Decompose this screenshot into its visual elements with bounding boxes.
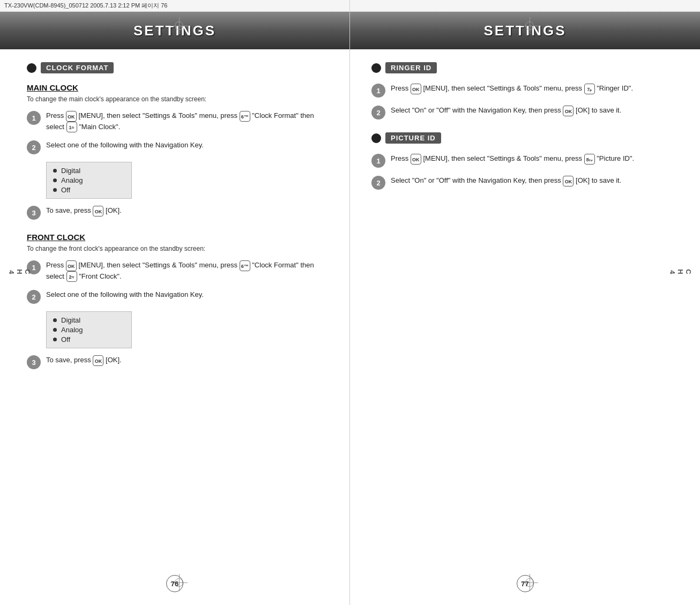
option-off: Off: [53, 186, 125, 194]
ringer-ok2-icon: OK: [563, 106, 574, 116]
select-1-icon: 1≈: [66, 122, 77, 132]
main-clock-step2-text: Select one of the following with the Nav…: [46, 140, 328, 151]
main-clock-heading: MAIN CLOCK: [27, 83, 328, 92]
crosshair-top-lines: [170, 17, 188, 34]
main-clock-section: MAIN CLOCK To change the main clock's ap…: [27, 83, 328, 220]
menu-6-icon: 6™: [240, 111, 250, 122]
option-analog: Analog: [53, 176, 125, 184]
ringer-id-label: RINGER ID: [385, 62, 437, 73]
ok-front-save-icon: OK: [93, 355, 103, 366]
main-clock-description: To change the main clock's appearance on…: [27, 95, 328, 103]
select-2-icon: 2≈: [66, 271, 77, 282]
left-page: TX-230VW(CDM-8945)_050712 2005.7.13 2:12…: [0, 0, 350, 605]
picture-step2-text: Select "On" or "Off" with the Navigation…: [391, 175, 673, 186]
main-clock-step3-text: To save, press OK [OK].: [46, 205, 328, 216]
ringer-id-bullet: [371, 63, 381, 73]
ringer-id-section: RINGER ID 1 Press OK [MENU], then select…: [371, 62, 673, 119]
ringer-step2-circle: 2: [371, 106, 385, 119]
file-info-text: TX-230VW(CDM-8945)_050712 2005.7.13 2:12…: [4, 2, 168, 10]
picture-8-icon: 8ₜᵥ: [584, 154, 595, 165]
picture-step1-text: Press OK [MENU], then select "Settings &…: [391, 153, 673, 165]
picture-id-section: PICTURE ID 1 Press OK [MENU], then selec…: [371, 132, 673, 190]
ringer-7-icon: 7ₚ: [584, 84, 595, 94]
ringer-ok-icon: OK: [411, 84, 421, 94]
picture-id-bullet: [371, 133, 381, 143]
file-info-bar: TX-230VW(CDM-8945)_050712 2005.7.13 2:12…: [0, 0, 349, 12]
main-clock-step2: 2 Select one of the following with the N…: [27, 140, 328, 154]
front-clock-step1-text: Press OK [MENU], then select "Settings &…: [46, 260, 328, 282]
ok-btn2: OK: [66, 260, 77, 271]
picture-step2-circle: 2: [371, 176, 385, 190]
ch-label-left: C H 4: [8, 269, 32, 275]
clock-format-bullet: [27, 63, 36, 73]
front-clock-step3-circle: 3: [27, 355, 41, 369]
ringer-step1-circle: 1: [371, 84, 385, 98]
menu-6b-icon: 6™: [240, 260, 250, 271]
front-option-analog: Analog: [53, 326, 125, 334]
crosshair-top-right-lines: [521, 17, 538, 34]
picture-step1: 1 Press OK [MENU], then select "Settings…: [371, 153, 673, 168]
ok-button-icon: OK: [66, 111, 77, 122]
front-clock-section: FRONT CLOCK To change the front clock's …: [27, 233, 328, 369]
ok-save-icon: OK: [93, 206, 103, 216]
ringer-step1: 1 Press OK [MENU], then select "Settings…: [371, 83, 673, 98]
main-clock-step3: 3 To save, press OK [OK].: [27, 205, 328, 220]
clock-format-label: CLOCK FORMAT: [41, 62, 114, 73]
ringer-id-heading: RINGER ID: [371, 62, 673, 73]
front-clock-step3: 3 To save, press OK [OK].: [27, 355, 328, 369]
ch-label-right: C H 4: [668, 269, 692, 275]
main-clock-step1-circle: 1: [27, 111, 41, 125]
front-clock-step2: 2 Select one of the following with the N…: [27, 289, 328, 304]
picture-step2: 2 Select "On" or "Off" with the Navigati…: [371, 175, 673, 190]
front-clock-options: Digital Analog Off: [46, 311, 132, 348]
front-option-off: Off: [53, 335, 125, 343]
left-content: CLOCK FORMAT MAIN CLOCK To change the ma…: [0, 49, 349, 605]
front-clock-step1: 1 Press OK [MENU], then select "Settings…: [27, 260, 328, 282]
right-top-bar: [350, 0, 700, 12]
page-number-left: 76: [166, 575, 183, 592]
ringer-step2: 2 Select "On" or "Off" with the Navigati…: [371, 105, 673, 119]
picture-step1-circle: 1: [371, 154, 385, 168]
ringer-step2-text: Select "On" or "Off" with the Navigation…: [391, 105, 673, 116]
ringer-step1-text: Press OK [MENU], then select "Settings &…: [391, 83, 673, 94]
right-content: RINGER ID 1 Press OK [MENU], then select…: [350, 49, 700, 605]
page-number-right: 77: [517, 575, 534, 592]
main-clock-step2-circle: 2: [27, 140, 41, 154]
picture-ok2-icon: OK: [563, 176, 574, 186]
clock-format-heading: CLOCK FORMAT: [27, 62, 328, 73]
front-clock-heading: FRONT CLOCK: [27, 233, 328, 242]
main-clock-step1: 1 Press OK [MENU], then select "Settings…: [27, 110, 328, 132]
picture-id-heading: PICTURE ID: [371, 132, 673, 144]
front-clock-step2-text: Select one of the following with the Nav…: [46, 289, 328, 300]
right-page: SETTINGS C H 4 RINGER ID 1: [350, 0, 700, 605]
front-clock-description: To change the front clock's appearance o…: [27, 245, 328, 252]
option-digital: Digital: [53, 167, 125, 175]
picture-id-label: PICTURE ID: [385, 132, 441, 144]
main-clock-options: Digital Analog Off: [46, 162, 132, 199]
front-option-digital: Digital: [53, 316, 125, 324]
front-clock-step3-text: To save, press OK [OK].: [46, 355, 328, 366]
main-clock-step1-text: Press OK [MENU], then select "Settings &…: [46, 110, 328, 132]
picture-ok-icon: OK: [411, 154, 421, 165]
front-clock-step2-circle: 2: [27, 290, 41, 304]
page-spread: TX-230VW(CDM-8945)_050712 2005.7.13 2:12…: [0, 0, 700, 605]
main-clock-step3-circle: 3: [27, 206, 41, 220]
